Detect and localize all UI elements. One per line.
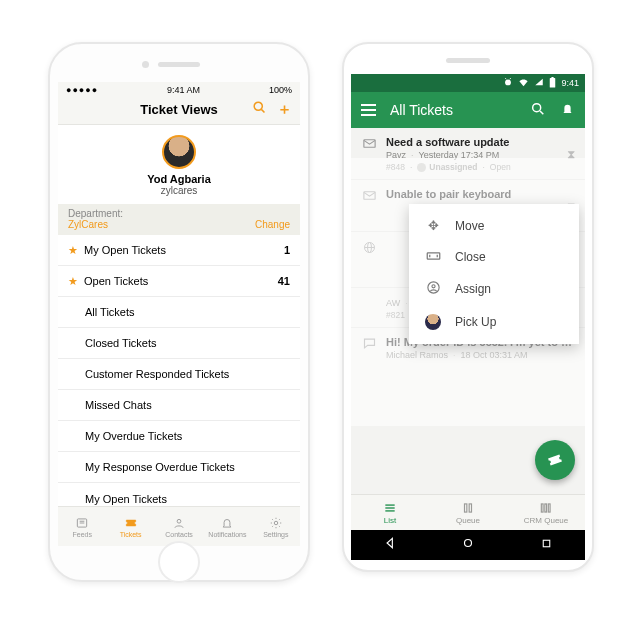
ios-header: Ticket Views ＋ [58,95,300,125]
battery-icon [549,77,556,90]
android-frame: 9:41 All Tickets [342,42,594,572]
toolbar-title: All Tickets [390,102,530,118]
svg-rect-31 [543,540,550,547]
view-label: Open Tickets [84,275,148,287]
view-row[interactable]: Missed Chats [58,390,300,421]
views-list: ★My Open Tickets 1 ★Open Tickets 41 All … [58,235,300,514]
ios-status-bar: ●●●●● 9:41 AM 100% [58,82,300,95]
view-label: Closed Tickets [85,337,157,349]
view-row[interactable]: All Tickets [58,297,300,328]
tab-crm-queue[interactable]: CRM Queue [507,495,585,530]
ticket-from: Michael Ramos [386,350,448,360]
assign-icon [425,280,441,298]
svg-rect-9 [552,77,554,78]
svg-rect-29 [548,503,550,511]
view-label: My Overdue Tickets [85,430,182,442]
status-time: 9:41 AM [167,85,200,95]
tab-label: Settings [263,531,288,538]
svg-point-5 [177,519,181,523]
tab-tickets[interactable]: Tickets [106,507,154,546]
ticket-id: #848 [386,162,405,172]
ticket-when: Yesterday 17:34 PM [419,150,500,160]
view-label: Missed Chats [85,399,152,411]
svg-point-10 [533,103,541,111]
svg-rect-28 [545,503,547,511]
ios-bottom-tabs: Feeds Tickets Contacts Notifications Set… [58,506,300,546]
android-nav-bar [351,530,585,560]
context-menu: ✥ Move Close Assign Pick [409,204,579,344]
mail-icon [361,188,377,224]
menu-icon[interactable] [361,104,376,116]
search-icon[interactable] [530,101,546,120]
svg-rect-27 [541,503,543,511]
ticket-id: #821 [386,310,405,320]
svg-rect-8 [550,78,556,87]
status-time: 9:41 [561,78,579,88]
svg-rect-25 [465,503,467,511]
svg-point-0 [254,102,262,110]
android-screen: 9:41 All Tickets [351,74,585,560]
signal-icon [534,77,544,89]
ticket-from: Pavz [386,150,406,160]
view-row[interactable]: ★My Open Tickets 1 [58,235,300,266]
android-status-bar: 9:41 [351,74,585,92]
star-icon: ★ [68,275,78,288]
alarm-icon [503,77,513,89]
tab-queue[interactable]: Queue [429,495,507,530]
menu-close[interactable]: Close [409,241,579,272]
menu-label: Close [455,250,486,264]
bell-icon[interactable] [560,101,575,120]
view-label: My Response Overdue Tickets [85,461,235,473]
home-button[interactable] [158,541,200,583]
view-row[interactable]: Closed Tickets [58,328,300,359]
change-department-button[interactable]: Change [255,219,290,230]
ticket-state: Open [490,162,511,172]
view-row[interactable]: ★Open Tickets 41 [58,266,300,297]
menu-label: Pick Up [455,315,496,329]
view-row[interactable]: My Response Overdue Tickets [58,452,300,483]
view-row[interactable]: Customer Responded Tickets [58,359,300,390]
iphone-screen: ●●●●● 9:41 AM 100% Ticket Views ＋ Yod Ag… [58,82,300,546]
fab-button[interactable] [535,440,575,480]
ticket-from: AW [386,298,400,308]
menu-pickup[interactable]: Pick Up [409,306,579,338]
nav-recent[interactable] [540,536,553,554]
profile-block[interactable]: Yod Agbaria zylcares [58,125,300,204]
iphone-frame: ●●●●● 9:41 AM 100% Ticket Views ＋ Yod Ag… [48,42,310,582]
add-icon[interactable]: ＋ [277,100,292,119]
profile-name: Yod Agbaria [58,173,300,185]
view-label: All Tickets [85,306,135,318]
close-icon [425,249,441,264]
department-label: Department: [68,208,123,219]
svg-line-11 [540,111,543,114]
tab-list[interactable]: List [351,495,429,530]
tab-label: Notifications [208,531,246,538]
iphone-camera [142,61,149,68]
menu-move[interactable]: ✥ Move [409,210,579,241]
unassigned-icon [417,163,426,172]
tab-settings[interactable]: Settings [252,507,300,546]
view-label: Customer Responded Tickets [85,368,229,380]
ticket-subject: Need a software update [386,136,558,148]
android-bottom-tabs: List Queue CRM Queue [351,494,585,530]
tab-notifications[interactable]: Notifications [203,507,251,546]
nav-back[interactable] [383,536,397,554]
tab-label: Tickets [120,531,142,538]
search-icon[interactable] [252,100,267,119]
menu-label: Move [455,219,484,233]
ticket-subject: Unable to pair keyboard [386,188,558,200]
view-row[interactable]: My Overdue Tickets [58,421,300,452]
svg-rect-26 [469,503,471,511]
avatar-icon [425,314,441,330]
menu-assign[interactable]: Assign [409,272,579,306]
ticket-row[interactable]: Need a software update Pavz · Yesterday … [351,128,585,180]
view-count: 41 [278,275,290,287]
signal-dots-icon: ●●●●● [66,85,98,95]
wifi-icon [518,77,529,90]
nav-home[interactable] [461,536,475,554]
star-icon: ★ [68,244,78,257]
profile-org: zylcares [58,185,300,196]
ticket-assignee: Unassigned [429,162,477,172]
android-toolbar: All Tickets [351,92,585,128]
tab-feeds[interactable]: Feeds [58,507,106,546]
